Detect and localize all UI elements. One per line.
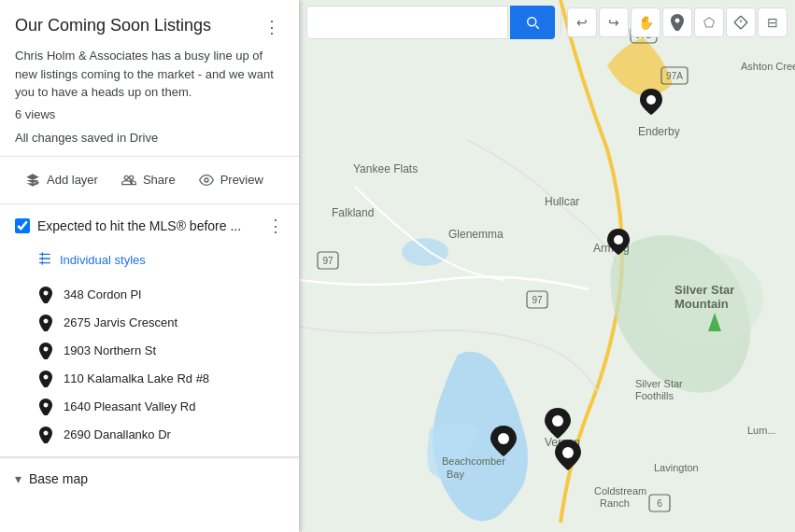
svg-text:Falkland: Falkland [332,206,374,219]
svg-text:Silver Star: Silver Star [635,378,683,389]
chevron-down-icon: ▾ [15,471,21,486]
search-input[interactable] [306,6,508,39]
directions-button[interactable] [726,7,756,37]
map-toolbar: ↩ ↪ ✋ ⬠ ⊟ [299,0,795,45]
svg-text:97: 97 [532,295,543,305]
location-name: 348 Cordon Pl [64,287,141,301]
title-menu-button[interactable]: ⋮ [260,15,284,39]
svg-text:Bay: Bay [447,469,464,480]
svg-text:Foothills: Foothills [635,390,674,401]
layer-menu-button[interactable]: ⋮ [267,216,284,236]
search-button[interactable] [510,6,555,39]
list-item[interactable]: 348 Cordon Pl [0,281,299,309]
layer-item: Expected to hit the MLS® before ... ⋮ In… [0,204,299,457]
sidebar-actions: Add layer Share Preview [0,157,299,204]
svg-point-1 [402,238,448,266]
locations-list: 348 Cordon Pl 2675 Jarvis Crescent 1903 … [0,277,299,456]
view-count: 6 views [15,107,284,121]
svg-text:97: 97 [322,256,334,266]
undo-button[interactable]: ↩ [567,7,597,37]
preview-label: Preview [220,173,263,187]
svg-text:6: 6 [657,498,662,509]
layer-header: Expected to hit the MLS® before ... ⋮ [0,204,299,247]
svg-point-35 [498,433,509,444]
location-pin-icon [37,427,54,443]
sidebar: Our Coming Soon Listings ⋮ Chris Holm & … [0,0,299,532]
svg-text:Glenemma: Glenemma [448,228,504,241]
share-button[interactable]: Share [111,164,185,196]
svg-text:Ashton Creek: Ashton Creek [741,61,795,72]
layers-section: Expected to hit the MLS® before ... ⋮ In… [0,204,299,533]
marker-icon [671,14,684,31]
measure-button[interactable]: ⊟ [758,7,788,37]
share-icon [121,172,137,189]
map-description: Chris Holm & Associates has a busy line … [15,47,284,102]
pan-button[interactable]: ✋ [631,7,660,37]
svg-point-33 [646,95,656,105]
base-map-section: ▾ Base map [0,457,299,499]
svg-text:97A: 97A [666,71,683,81]
layer-header-left: Expected to hit the MLS® before ... [15,218,241,233]
svg-rect-40 [39,258,50,259]
preview-button[interactable]: Preview [189,164,273,196]
location-pin-icon [37,315,54,331]
toolbar-divider [561,11,561,34]
directions-icon [733,15,748,30]
location-pin-icon [37,343,54,359]
sidebar-header: Our Coming Soon Listings ⋮ Chris Holm & … [0,0,299,157]
location-name: 1640 Pleasant Valley Rd [64,399,195,413]
svg-text:Coldstream: Coldstream [594,485,646,497]
svg-text:Beachcomber: Beachcomber [442,455,505,467]
location-name: 2690 Danallanko Dr [64,427,171,441]
redo-button[interactable]: ↪ [599,7,629,37]
list-item[interactable]: 1903 Northern St [0,337,299,365]
layer-checkbox[interactable] [15,218,30,233]
location-name: 2675 Jarvis Crescent [64,315,177,329]
save-status: All changes saved in Drive [15,131,284,145]
add-layer-icon [24,172,41,189]
list-item[interactable]: 2675 Jarvis Crescent [0,309,299,337]
list-item[interactable]: 110 Kalamalka Lake Rd #8 [0,365,299,393]
svg-point-34 [614,235,623,245]
add-layer-label: Add layer [47,173,98,187]
svg-text:Enderby: Enderby [638,125,680,138]
location-pin-icon [37,399,54,415]
svg-text:Lavington: Lavington [654,462,699,473]
list-item[interactable]: 2690 Danallanko Dr [0,421,299,449]
svg-rect-43 [42,257,43,260]
location-pin-icon [37,287,54,303]
svg-point-37 [562,447,574,458]
individual-styles-label: Individual styles [60,253,146,267]
svg-rect-39 [39,253,50,254]
location-name: 1903 Northern St [64,343,156,357]
svg-text:Yankee Flats: Yankee Flats [353,162,418,175]
svg-rect-42 [42,252,43,256]
title-row: Our Coming Soon Listings ⋮ [15,15,284,39]
svg-point-38 [205,178,208,182]
svg-rect-44 [42,260,43,264]
base-map-label: Base map [29,471,88,486]
svg-point-36 [552,415,563,427]
list-item[interactable]: 1640 Pleasant Valley Rd [0,393,299,421]
marker-button[interactable] [662,7,692,37]
location-name: 110 Kalamalka Lake Rd #8 [64,371,209,385]
share-label: Share [143,173,176,187]
search-icon [524,14,541,31]
shape-button[interactable]: ⬠ [694,7,724,37]
svg-rect-41 [39,262,50,263]
base-map-row[interactable]: ▾ Base map [0,458,299,499]
map-title: Our Coming Soon Listings [15,15,260,36]
svg-text:Lum...: Lum... [747,425,776,436]
location-pin-icon [37,371,54,387]
svg-text:Hullcar: Hullcar [545,195,579,208]
individual-styles-row[interactable]: Individual styles [0,247,299,277]
add-layer-button[interactable]: Add layer [15,164,107,196]
individual-styles-icon [37,251,52,270]
svg-text:Mountain: Mountain [674,297,729,311]
layer-title: Expected to hit the MLS® before ... [37,218,241,233]
svg-text:Ranch: Ranch [600,497,630,509]
preview-icon [198,172,215,189]
svg-text:Silver Star: Silver Star [674,283,734,297]
